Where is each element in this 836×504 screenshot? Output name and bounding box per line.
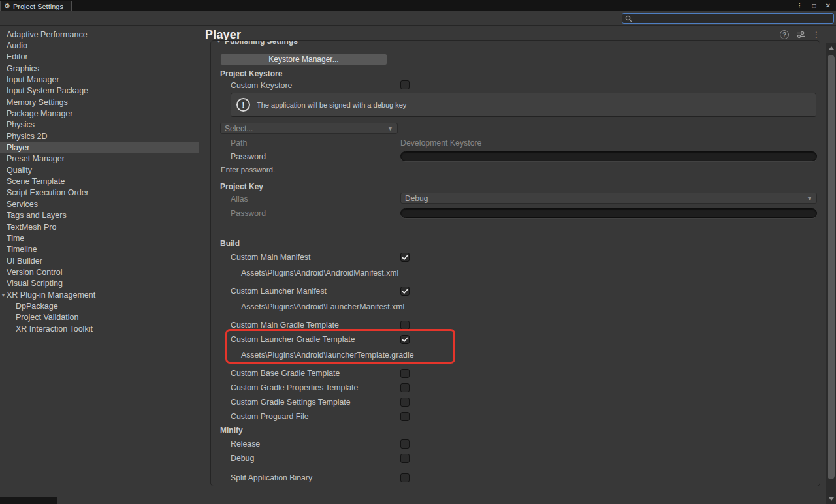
search-box[interactable] (622, 13, 834, 24)
dropdown-value: Debug (405, 194, 428, 203)
checkbox-custom-main-manifest[interactable] (400, 253, 410, 262)
checkbox-custom-proguard-file[interactable] (400, 412, 410, 421)
setting-row-custom-launcher-gradle-template: Custom Launcher Gradle Template (211, 332, 820, 347)
sidebar-item-adaptive-performance[interactable]: Adaptive Performance (0, 29, 199, 40)
keystore-manager-button[interactable]: Keystore Manager... (220, 54, 387, 65)
warning-icon: ! (236, 98, 250, 112)
presets-icon[interactable] (796, 31, 805, 39)
sidebar-item-label: Preset Manager (7, 154, 65, 163)
section-title: Publishing Settings (225, 40, 298, 46)
checkbox-debug[interactable] (400, 454, 410, 463)
checkbox-custom-gradle-properties-template[interactable] (400, 383, 410, 392)
sidebar-item-ui-builder[interactable]: UI Builder (0, 255, 199, 266)
help-icon[interactable]: ? (780, 30, 789, 39)
checkbox-custom-launcher-gradle-template[interactable] (400, 335, 410, 344)
setting-label: Split Application Binary (231, 473, 312, 482)
password-label: Password (231, 152, 266, 161)
sidebar-item-player[interactable]: Player (0, 142, 199, 153)
sidebar-item-label: Scene Template (7, 177, 65, 186)
window-controls: ⋮ □ ✕ (797, 2, 836, 11)
sidebar-item-quality[interactable]: Quality (0, 165, 199, 176)
window-title: Project Settings (13, 3, 63, 10)
alias-dropdown[interactable]: Debug ▼ (400, 193, 817, 204)
sidebar-item-label: Package Manager (7, 109, 72, 118)
window-close-icon[interactable]: ✕ (826, 2, 831, 9)
sidebar-item-xr-plug-in-management[interactable]: ▼XR Plug-in Management (0, 289, 199, 300)
keystore-select-dropdown[interactable]: Select... ▼ (220, 123, 398, 134)
setting-row-custom-main-manifest: Custom Main Manifest (211, 250, 820, 264)
checkbox-custom-keystore[interactable] (400, 80, 410, 89)
setting-path: Assets\Plugins\Android\LauncherManifest.… (211, 298, 820, 318)
password-hint: Enter password. (221, 166, 275, 174)
sidebar-item-label: Quality (7, 166, 32, 175)
section-publishing-settings[interactable]: ▼Publishing Settings (216, 40, 298, 46)
sidebar-item-scene-template[interactable]: Scene Template (0, 176, 199, 187)
checkbox-custom-launcher-manifest[interactable] (400, 287, 410, 296)
section-header-build: Build (211, 237, 820, 250)
chevron-down-icon: ▼ (807, 195, 812, 202)
sidebar-item-audio[interactable]: Audio (0, 40, 199, 51)
sidebar-item-time[interactable]: Time (0, 232, 199, 244)
sidebar-item-script-execution-order[interactable]: Script Execution Order (0, 187, 199, 198)
sidebar-item-label: Services (7, 200, 38, 209)
setting-label: Custom Base Gradle Template (231, 369, 340, 378)
scroll-down-arrow-icon[interactable] (829, 497, 834, 501)
scroll-up-arrow-icon[interactable] (829, 46, 834, 50)
setting-row-custom-gradle-properties-template: Custom Gradle Properties Template (211, 381, 820, 395)
foldout-icon[interactable]: ▼ (216, 40, 221, 44)
checkbox-custom-gradle-settings-template[interactable] (400, 398, 410, 407)
checkbox-custom-base-gradle-template[interactable] (400, 369, 410, 378)
sidebar-item-xr-interaction-toolkit[interactable]: XR Interaction Toolkit (0, 323, 199, 334)
alias-label: Alias (231, 195, 248, 204)
sidebar-item-preset-manager[interactable]: Preset Manager (0, 153, 199, 165)
sidebar-item-label: Physics (7, 120, 35, 129)
setting-label: Custom Launcher Gradle Template (231, 335, 355, 344)
sidebar-item-tags-and-layers[interactable]: Tags and Layers (0, 210, 199, 221)
sidebar-item-textmesh-pro[interactable]: TextMesh Pro (0, 221, 199, 232)
sidebar-item-package-manager[interactable]: Package Manager (0, 108, 199, 119)
window-maximize-icon[interactable]: □ (812, 2, 816, 9)
sidebar-item-services[interactable]: Services (0, 198, 199, 210)
sidebar-item-version-control[interactable]: Version Control (0, 266, 199, 277)
key-password-field[interactable] (400, 208, 817, 218)
setting-row-custom-proguard-file: Custom Proguard File (211, 409, 820, 424)
sidebar-item-label: Time (7, 234, 24, 243)
scrollbar-thumb[interactable] (828, 55, 835, 479)
sidebar-item-input-manager[interactable]: Input Manager (0, 74, 199, 85)
vertical-scrollbar[interactable] (826, 43, 836, 504)
sidebar-item-label: Visual Scripting (7, 279, 63, 288)
background-window-strip (0, 497, 57, 504)
keystore-password-field[interactable] (400, 151, 817, 161)
highlighted-setting: Custom Launcher Gradle TemplateAssets\Pl… (211, 332, 820, 366)
sidebar-item-editor[interactable]: Editor (0, 52, 199, 63)
sidebar-item-timeline[interactable]: Timeline (0, 244, 199, 255)
sidebar-item-label: Physics 2D (7, 132, 48, 141)
header-icons: ? ⋮ (780, 30, 826, 39)
settings-gear-icon: ⚙ (4, 2, 10, 10)
sidebar-item-physics[interactable]: Physics (0, 119, 199, 131)
more-icon[interactable]: ⋮ (812, 30, 820, 39)
sidebar-item-input-system-package[interactable]: Input System Package (0, 86, 199, 97)
sidebar-item-physics-2d[interactable]: Physics 2D (0, 131, 199, 142)
sidebar-item-project-validation[interactable]: Project Validation (0, 312, 199, 323)
setting-label: Custom Gradle Properties Template (231, 383, 358, 392)
foldout-icon[interactable]: ▼ (1, 292, 6, 298)
sidebar-item-visual-scripting[interactable]: Visual Scripting (0, 278, 199, 289)
sidebar-item-graphics[interactable]: Graphics (0, 63, 199, 74)
sidebar-item-label: UI Builder (7, 257, 42, 266)
section-header-minify: Minify (211, 424, 820, 437)
search-input[interactable] (632, 14, 831, 22)
sidebar-item-label: Audio (7, 41, 27, 50)
setting-row-split-application-binary: Split Application Binary (211, 471, 820, 485)
checkbox-split-application-binary[interactable] (400, 473, 410, 482)
checkbox-release[interactable] (400, 439, 410, 449)
page-title: Player (200, 28, 241, 42)
window-tab[interactable]: ⚙ Project Settings (0, 1, 72, 11)
sidebar-item-label: XR Interaction Toolkit (16, 324, 93, 334)
sidebar-item-dppackage[interactable]: DpPackage (0, 300, 199, 311)
sidebar-item-label: Player (7, 143, 29, 152)
sidebar-item-memory-settings[interactable]: Memory Settings (0, 97, 199, 108)
checkbox-custom-main-gradle-template[interactable] (400, 321, 410, 330)
window-menu-icon[interactable]: ⋮ (797, 2, 803, 9)
warning-text: The application will be signed with a de… (257, 101, 406, 109)
